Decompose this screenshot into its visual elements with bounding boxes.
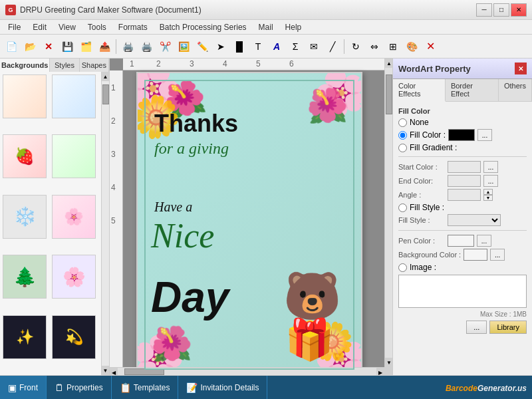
angle-up[interactable]: ▲: [483, 189, 493, 195]
canvas-scroll-left[interactable]: ◀: [110, 368, 118, 375]
tab-others[interactable]: Others: [499, 79, 532, 101]
thumb-1[interactable]: [3, 74, 47, 118]
start-color-dots[interactable]: ...: [483, 161, 498, 173]
toolbar-symbol[interactable]: Σ: [287, 38, 304, 55]
fill-color-swatch[interactable]: [448, 129, 475, 141]
toolbar-flip[interactable]: ⇔: [366, 38, 383, 55]
toolbar-email[interactable]: ✉: [305, 38, 323, 55]
tab-color-effects[interactable]: Color Effects: [393, 79, 446, 102]
toolbar-close-doc[interactable]: ✕: [40, 38, 57, 55]
thumb-2[interactable]: [52, 74, 96, 118]
fill-color-dots-btn[interactable]: ...: [477, 129, 492, 141]
scroll-down-arrow[interactable]: ▼: [102, 366, 110, 375]
canvas-scroll-thumb-h[interactable]: [124, 368, 164, 375]
fill-style-select[interactable]: [448, 214, 501, 226]
menu-formats[interactable]: Formats: [113, 21, 153, 33]
toolbar-export[interactable]: 📤: [96, 38, 113, 55]
toolbar-save-all[interactable]: 🗂️: [77, 38, 94, 55]
tab-border-effect[interactable]: Border Effect: [446, 79, 499, 101]
image-radio[interactable]: [398, 263, 407, 272]
menu-tools[interactable]: Tools: [82, 21, 112, 33]
canvas-scroll-down[interactable]: ▼: [385, 358, 392, 367]
angle-input[interactable]: 0: [448, 189, 481, 201]
toolbar-arrow[interactable]: ➤: [212, 38, 229, 55]
toolbar-color-fill[interactable]: 🎨: [403, 38, 420, 55]
toolbar-wordart[interactable]: A: [268, 38, 285, 55]
pen-color-swatch[interactable]: [448, 235, 474, 247]
tab-backgrounds[interactable]: Backgrounds: [0, 59, 50, 72]
tab-shapes[interactable]: Shapes: [80, 59, 109, 72]
property-content: Fill Color None Fill Color : ... Fill Gr…: [393, 102, 532, 375]
end-color-row: End Color: ...: [398, 175, 527, 187]
svg-text:1: 1: [111, 83, 116, 92]
panel-close-button[interactable]: ✕: [515, 63, 527, 74]
none-radio[interactable]: [398, 118, 407, 127]
properties-button[interactable]: 🗒 Properties: [47, 376, 112, 399]
menu-mail[interactable]: Mail: [253, 21, 279, 33]
bg-color-dots[interactable]: ...: [490, 249, 505, 261]
toolbar-line[interactable]: ╱: [324, 38, 341, 55]
toolbar-open[interactable]: 📂: [21, 38, 39, 55]
dots-action-btn[interactable]: ...: [466, 321, 487, 334]
end-color-swatch[interactable]: [448, 175, 481, 187]
menu-file[interactable]: File: [3, 21, 26, 33]
toolbar-cut[interactable]: ✂️: [156, 38, 174, 55]
thumb-5[interactable]: ❄️: [3, 195, 47, 239]
front-button[interactable]: ▣ Front: [0, 376, 47, 399]
thumb-9[interactable]: ✨: [3, 315, 47, 359]
canvas-scrollbar-horizontal[interactable]: ◀ ▶: [110, 367, 384, 375]
scroll-up-arrow[interactable]: ▲: [102, 72, 110, 81]
tab-styles[interactable]: Styles: [50, 59, 79, 72]
menu-view[interactable]: View: [53, 21, 81, 33]
thumb-3[interactable]: 🍓: [3, 134, 47, 178]
menu-bar: File Edit View Tools Formats Batch Proce…: [0, 20, 532, 35]
bg-color-row: Background Color : ...: [398, 249, 527, 261]
toolbar-rotate[interactable]: ↻: [347, 38, 364, 55]
bg-color-swatch[interactable]: [464, 249, 487, 261]
fill-style-radio[interactable]: [398, 203, 407, 212]
library-btn[interactable]: Library: [489, 321, 527, 334]
none-radio-row: None: [398, 118, 527, 127]
end-color-dots[interactable]: ...: [483, 175, 498, 187]
fill-color-label: Fill Color: [398, 107, 527, 115]
canvas-scroll-right[interactable]: ▶: [376, 368, 384, 375]
toolbar-new[interactable]: 📄: [3, 38, 20, 55]
pen-color-dots[interactable]: ...: [477, 235, 491, 247]
toolbar-align[interactable]: ⊞: [384, 38, 402, 55]
toolbar-undo[interactable]: ✕: [422, 38, 439, 55]
app-icon: G: [5, 5, 16, 15]
invitation-button[interactable]: 📝 Invitation Details: [178, 376, 267, 399]
fill-gradient-radio[interactable]: [398, 144, 407, 152]
scroll-thumb[interactable]: [102, 84, 109, 104]
menu-edit[interactable]: Edit: [27, 21, 52, 33]
maximize-button[interactable]: □: [493, 3, 509, 17]
start-color-swatch[interactable]: [448, 161, 481, 173]
minimize-button[interactable]: ─: [476, 3, 492, 17]
toolbar-image[interactable]: 🖼️: [175, 38, 192, 55]
thumb-10[interactable]: 💫: [52, 315, 96, 359]
angle-down[interactable]: ▼: [483, 195, 493, 201]
toolbar-barcode[interactable]: ▐▌: [231, 38, 248, 55]
fill-style-label: Fill Style :: [410, 203, 444, 212]
canvas-area[interactable]: 123456 12345 🌸 🌺 🌼 🌸 🌺 🌸 🌺 🌸 🌼 🐻 🎁 Th: [110, 59, 392, 375]
toolbar-draw[interactable]: ✏️: [194, 38, 211, 55]
thumb-8[interactable]: 🌸: [52, 255, 96, 299]
fill-color-radio[interactable]: [398, 131, 407, 140]
angle-spinner[interactable]: ▲ ▼: [483, 189, 493, 201]
svg-text:1: 1: [130, 59, 134, 68]
toolbar-print[interactable]: 🖨️: [119, 38, 136, 55]
templates-button[interactable]: 📋 Templates: [112, 376, 179, 399]
thumb-4[interactable]: [52, 134, 96, 178]
canvas-scroll-thumb-v[interactable]: [386, 74, 392, 114]
canvas-scroll-up[interactable]: ▲: [385, 59, 392, 68]
toolbar-print2[interactable]: 🖨️: [138, 38, 155, 55]
thumb-7[interactable]: 🌲: [3, 255, 47, 299]
toolbar-save[interactable]: 💾: [59, 38, 76, 55]
thumb-6[interactable]: 🌸: [52, 195, 96, 239]
menu-batch[interactable]: Batch Processing Series: [154, 21, 252, 33]
toolbar-text[interactable]: T: [249, 38, 267, 55]
close-button[interactable]: ✕: [511, 3, 527, 17]
canvas-scrollbar-vertical[interactable]: ▲ ▼: [384, 59, 392, 367]
menu-help[interactable]: Help: [280, 21, 307, 33]
window-controls[interactable]: ─ □ ✕: [476, 3, 527, 17]
